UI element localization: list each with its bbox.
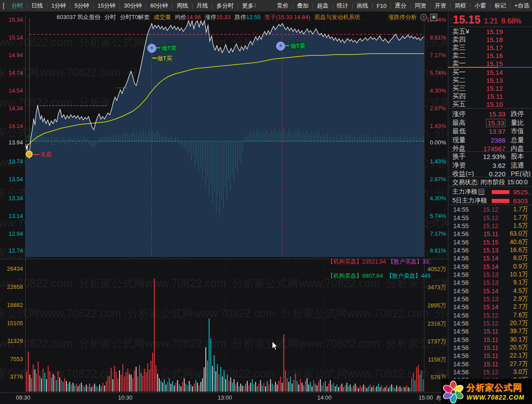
trade-price: 15.14 xyxy=(473,263,498,270)
t-sell-marker-2[interactable]: ✶ xyxy=(276,42,285,50)
list-icon[interactable] xyxy=(478,189,484,195)
trade-time: 14:56 xyxy=(453,303,473,311)
menu-item-简框[interactable]: 简框 xyxy=(451,2,470,10)
info-label-2: 市值 xyxy=(511,127,524,136)
tick-trade-row: 14:5615.1122.1万 xyxy=(448,352,532,360)
trade-price: 15.11 xyxy=(473,230,498,237)
trade-volume: 9.1万 xyxy=(498,279,528,287)
menu-item-标记[interactable]: 标记 xyxy=(490,2,510,10)
buy-level-4[interactable]: 买四15.11 xyxy=(448,92,532,100)
level-label: 卖一 xyxy=(452,59,475,68)
buy-level-2[interactable]: 买二15.13 xyxy=(448,76,532,84)
logo-title: 分析家公式网 xyxy=(466,382,524,394)
timeshare-chart-canvas[interactable] xyxy=(0,12,448,404)
capital-flow-row: 主力净额9525. xyxy=(448,187,532,196)
limit-analysis-button[interactable]: 涨跌停分析 xyxy=(388,13,417,21)
info-value: 15.33 xyxy=(476,119,505,127)
trade-price: 15.12 xyxy=(473,206,498,213)
retail-buy-value: 【散户买盘】3371. xyxy=(388,258,430,265)
menu-item-开资[interactable]: 开资 xyxy=(431,2,450,10)
menu-item-F10[interactable]: F10 xyxy=(373,3,390,9)
menu-item-月线[interactable]: 月线 xyxy=(193,2,212,10)
trade-price: 15.12 xyxy=(473,222,498,229)
menu-item-60分钟[interactable]: 60分钟 xyxy=(146,2,172,10)
menu-item-1分钟[interactable]: 1分钟 xyxy=(47,2,70,10)
trade-time: 14:56 xyxy=(453,230,473,237)
trade-time: 14:55 xyxy=(453,206,473,213)
limit-up-value: 15.33 xyxy=(216,14,231,20)
price-change-pct: 8.68% xyxy=(501,17,521,25)
time-label: 14:00 xyxy=(317,394,332,401)
expand-icon[interactable]: ↑ xyxy=(420,14,427,21)
menu-item-周线[interactable]: 周线 xyxy=(173,2,192,10)
menu-item-分时[interactable]: 分时 xyxy=(8,2,27,10)
trade-time: 14:56 xyxy=(453,287,473,295)
dash-connector xyxy=(152,58,157,58)
window-icon[interactable] xyxy=(3,3,4,9)
last-price: 15.15 xyxy=(453,13,481,26)
menu-item-+自选[interactable]: +自选 xyxy=(510,2,532,10)
trade-volume: 16.6万 xyxy=(498,246,528,254)
chart-header-period[interactable]: 分时 xyxy=(104,13,116,21)
menu-item-叠加[interactable]: 叠加 xyxy=(293,2,312,10)
level-label: 卖五¥ xyxy=(452,27,475,36)
menu-item-竞价[interactable]: 竞价 xyxy=(273,2,293,10)
trade-time: 14:56 xyxy=(453,279,473,286)
level-price: 15.16 xyxy=(475,52,503,59)
dash-connector xyxy=(156,47,160,48)
level-label: 卖四 xyxy=(452,35,475,44)
trade-status: 交易状态: 闭市阶段 15:00:0 xyxy=(452,179,532,186)
level-label: 买四 xyxy=(452,92,475,101)
avg-value: 14.96 xyxy=(186,14,201,20)
avg-label: 均价 xyxy=(175,14,186,20)
t-sell-label-2: 做T卖 xyxy=(289,42,306,50)
sell-level-1[interactable]: 卖五¥15.19 xyxy=(448,27,532,35)
menu-item-15分钟[interactable]: 15分钟 xyxy=(93,2,119,10)
top-menu-bar: 分时日线1分钟5分钟15分钟30分钟60分钟周线月线多分时更多〉竞价叠加超盘统计… xyxy=(0,0,532,12)
menu-item-30分钟[interactable]: 30分钟 xyxy=(120,2,146,10)
trade-volume: 40.8万 xyxy=(498,238,528,246)
retail-sell-value: 【散户卖盘】4492. xyxy=(386,272,430,279)
tick-trade-row: 14:5515.121.7万 xyxy=(448,214,532,221)
menu-item-小窗[interactable]: 小窗 xyxy=(470,2,490,10)
t-sell-marker-1[interactable]: ✶ xyxy=(147,44,156,53)
info-label-2: 总量 xyxy=(511,136,524,144)
sell-level-4[interactable]: 卖二15.16 xyxy=(448,51,532,59)
menu-item-日线[interactable]: 日线 xyxy=(27,2,47,10)
trade-price: 15.13 xyxy=(473,295,498,303)
sell-level-5[interactable]: 卖一15.15 xyxy=(448,59,532,67)
menu-item-统计[interactable]: 统计 xyxy=(333,2,352,10)
buy-level-5[interactable]: 买五15.10 xyxy=(448,100,532,108)
tick-trade-row: 14:5615.1220.7万 xyxy=(448,319,532,327)
trade-price: 15.12 xyxy=(473,312,498,319)
trade-time: 14:56 xyxy=(453,344,473,351)
flower-logo-icon xyxy=(441,379,466,404)
trade-time: 14:56 xyxy=(453,369,473,376)
buy-level-1[interactable]: 买一15.14 xyxy=(448,68,532,76)
menu-item-5分钟[interactable]: 5分钟 xyxy=(70,2,93,10)
volume-label[interactable]: 成交量 xyxy=(154,13,171,21)
tick-trade-list[interactable]: 14:5515.121.7万14:5515.121.7万14:5515.121.… xyxy=(448,206,532,385)
chart-header-indicator[interactable]: 分时T0解套 xyxy=(120,13,150,21)
info-row-涨停: 涨停15.33跌停 xyxy=(448,110,532,118)
sell-level-2[interactable]: 卖四15.18 xyxy=(448,35,532,43)
menu-item-更多〉[interactable]: 更多〉 xyxy=(238,2,263,10)
level-label: 买一 xyxy=(452,68,475,77)
t-sell-label-1: 做T卖 xyxy=(161,44,177,52)
menu-item-同资[interactable]: 同资 xyxy=(411,2,430,10)
menu-item-画线[interactable]: 画线 xyxy=(353,2,372,10)
trade-volume: 39.7万 xyxy=(498,327,528,335)
buy-level-3[interactable]: 买三15.12 xyxy=(448,84,532,92)
menu-item-多分时[interactable]: 多分时 xyxy=(212,2,238,10)
flow-value: 8303 xyxy=(513,197,532,205)
info-label: 最低 xyxy=(452,127,476,136)
level-price: 15.14 xyxy=(475,69,503,76)
trade-price: 15.14 xyxy=(473,255,498,262)
menu-item-超盘[interactable]: 超盘 xyxy=(313,2,332,10)
info-label: 现量 xyxy=(452,136,476,144)
time-label: 13:00 xyxy=(218,394,232,401)
split-window-icon[interactable]: ▣ xyxy=(430,14,437,21)
tick-trade-row: 14:5615.1163.0万 xyxy=(448,230,532,238)
menu-item-逐分[interactable]: 逐分 xyxy=(391,2,410,10)
sell-level-3[interactable]: 卖三15.17 xyxy=(448,43,532,51)
